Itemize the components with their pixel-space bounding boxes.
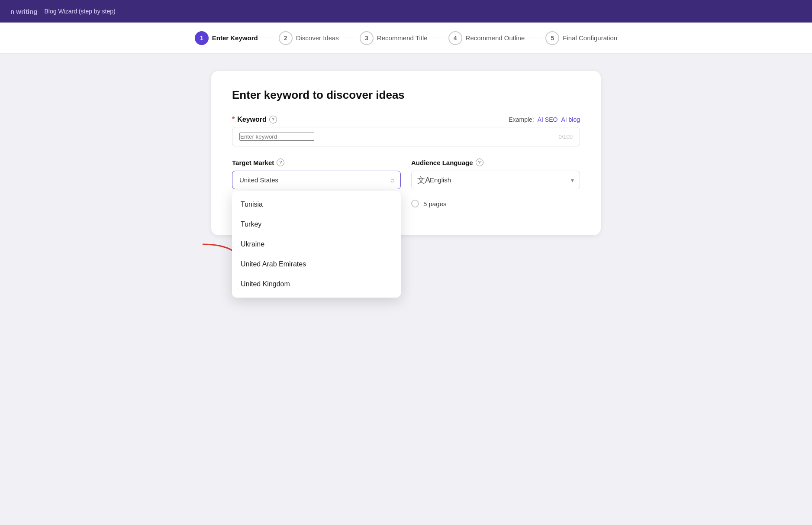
step-3-circle: 3 <box>360 31 374 45</box>
step-separator-4 <box>528 38 542 38</box>
audience-language-col: Audience Language ? 文A English Spanish F… <box>411 159 580 207</box>
dropdown-item-ukraine[interactable]: Ukraine <box>232 234 401 254</box>
step-5-circle: 5 <box>545 31 559 45</box>
target-market-col: Target Market ? ⌕ Tunisia Turkey Ukraine… <box>232 159 401 207</box>
target-market-label-row: Target Market ? <box>232 159 401 166</box>
step-2[interactable]: 2 Discover Ideas <box>279 31 339 45</box>
example-ai-seo[interactable]: AI SEO <box>538 116 558 123</box>
step-1-circle: 1 <box>195 31 209 45</box>
pages-label: 5 pages <box>423 200 446 207</box>
audience-language-label: Audience Language <box>411 159 473 166</box>
target-market-help-icon[interactable]: ? <box>277 159 284 166</box>
required-star: * <box>232 116 235 123</box>
two-col-row: Target Market ? ⌕ Tunisia Turkey Ukraine… <box>232 159 580 207</box>
step-5[interactable]: 5 Final Configuration <box>545 31 617 45</box>
target-input-wrapper: ⌕ Tunisia Turkey Ukraine United Arab Emi… <box>232 171 401 189</box>
example-ai-blog[interactable]: AI blog <box>561 116 580 123</box>
main-content: Enter keyword to discover ideas * Keywor… <box>0 54 812 525</box>
step-separator-3 <box>431 38 445 38</box>
brand-label: n writing <box>10 8 38 15</box>
language-icon: 文A <box>417 175 430 185</box>
dropdown-item-uae[interactable]: United Arab Emirates <box>232 254 401 274</box>
audience-language-help-icon[interactable]: ? <box>476 159 483 166</box>
example-group: Example: AI SEO AI blog <box>509 116 580 123</box>
keyword-input[interactable] <box>239 133 314 141</box>
step-2-label: Discover Ideas <box>296 34 339 42</box>
dropdown-item-tunisia[interactable]: Tunisia <box>232 194 401 214</box>
keyword-field-row: * Keyword ? Example: AI SEO AI blog <box>232 116 580 123</box>
language-select-wrapper: 文A English Spanish French German Chinese… <box>411 171 580 189</box>
dropdown-item-turkey[interactable]: Turkey <box>232 214 401 234</box>
step-navigation: 1 Enter Keyword 2 Discover Ideas 3 Recom… <box>0 23 812 54</box>
step-1[interactable]: 1 Enter Keyword <box>195 31 258 45</box>
step-3[interactable]: 3 Recommend Title <box>360 31 428 45</box>
char-count: 0/100 <box>558 133 573 140</box>
chevron-down-icon: ▾ <box>571 177 574 184</box>
wizard-label: Blog Wizard (step by step) <box>45 8 116 15</box>
keyword-label-group: * Keyword ? <box>232 116 277 123</box>
step-5-label: Final Configuration <box>563 34 617 42</box>
form-title: Enter keyword to discover ideas <box>232 88 580 102</box>
language-select[interactable]: English Spanish French German Chinese <box>411 171 580 189</box>
keyword-label: Keyword <box>237 116 267 123</box>
step-separator-2 <box>342 38 356 38</box>
step-3-label: Recommend Title <box>377 34 428 42</box>
dropdown-item-uk[interactable]: United Kingdom <box>232 274 401 294</box>
header: n writing Blog Wizard (step by step) <box>0 0 812 23</box>
step-1-label: Enter Keyword <box>212 34 258 42</box>
step-separator-1 <box>261 38 275 38</box>
example-label: Example: <box>509 116 534 123</box>
pages-row: 5 pages <box>411 200 580 207</box>
step-4-label: Recommend Outline <box>466 34 525 42</box>
target-market-label: Target Market <box>232 159 274 166</box>
step-4[interactable]: 4 Recommend Outline <box>448 31 525 45</box>
main-card: Enter keyword to discover ideas * Keywor… <box>211 71 601 235</box>
step-4-circle: 4 <box>448 31 462 45</box>
pages-radio[interactable] <box>411 200 419 207</box>
target-market-dropdown: Tunisia Turkey Ukraine United Arab Emira… <box>232 191 401 298</box>
keyword-help-icon[interactable]: ? <box>269 116 277 123</box>
step-2-circle: 2 <box>279 31 293 45</box>
keyword-input-wrapper: 0/100 <box>232 127 580 146</box>
audience-language-label-row: Audience Language ? <box>411 159 580 166</box>
target-market-input[interactable] <box>232 171 401 189</box>
search-icon: ⌕ <box>390 176 395 184</box>
